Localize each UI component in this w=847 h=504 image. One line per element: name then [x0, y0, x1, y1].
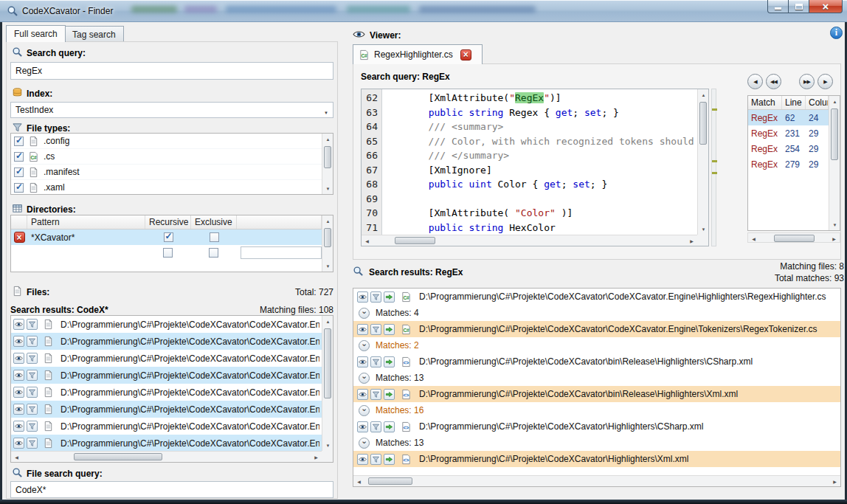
search-query-input[interactable] [10, 62, 333, 80]
pattern-column-header[interactable]: Pattern [27, 215, 145, 229]
preview-file-button[interactable] [13, 319, 24, 330]
filter-file-button[interactable] [27, 370, 38, 381]
result-file-row[interactable]: D:\Programmierung\C#\Projekte\CodeXCavat… [353, 321, 840, 337]
file-result-row[interactable]: D:\Programmierung\C#\Projekte\CodeXCavat… [11, 333, 322, 350]
scrollbar-thumb[interactable] [368, 477, 412, 485]
scroll-up-icon[interactable]: ▲ [322, 134, 333, 145]
new-pattern-cell[interactable] [241, 246, 322, 259]
file-result-row[interactable]: D:\Programmierung\C#\Projekte\CodeXCavat… [11, 418, 322, 435]
open-file-button[interactable] [384, 356, 395, 367]
preview-file-button[interactable] [13, 438, 24, 449]
preview-file-button[interactable] [357, 421, 368, 432]
preview-file-button[interactable] [13, 336, 24, 347]
delete-directory-button[interactable] [14, 232, 25, 243]
first-match-button[interactable]: ◀ [747, 74, 763, 89]
file-type-row[interactable]: .config [11, 134, 322, 149]
expand-matches-button[interactable] [359, 373, 370, 384]
column-column-header[interactable]: Column [806, 96, 829, 109]
results-hscrollbar[interactable]: ◀ ▶ [353, 475, 840, 486]
minimize-button[interactable] [767, 0, 789, 13]
previous-match-button[interactable]: ◀◀ [766, 74, 781, 89]
preview-file-button[interactable] [13, 353, 24, 364]
file-result-row[interactable]: D:\Programmierung\C#\Projekte\CodeXCavat… [11, 401, 322, 418]
exclusive-column-header[interactable]: Exclusive [191, 215, 237, 229]
result-matches-row[interactable]: Matches: 16 [353, 402, 840, 418]
expand-matches-button[interactable] [359, 438, 370, 449]
preview-file-button[interactable] [357, 454, 368, 465]
file-result-row[interactable]: D:\Programmierung\C#\Projekte\CodeXCavat… [11, 435, 322, 451]
scroll-down-icon[interactable]: ▼ [829, 219, 840, 230]
code-line[interactable]: 67 [XmlIgnore] [362, 163, 697, 178]
filter-file-button[interactable] [27, 353, 38, 364]
recursive-column-header[interactable]: Recursive [145, 215, 191, 229]
scroll-up-icon[interactable]: ▲ [322, 215, 333, 227]
tab-tag-search[interactable]: Tag search [64, 26, 124, 42]
preview-file-button[interactable] [357, 389, 368, 400]
scrollbar-thumb[interactable] [699, 102, 707, 145]
code-line[interactable]: 64 /// <summary> [362, 120, 697, 134]
file-type-checkbox[interactable] [14, 152, 24, 162]
filter-file-button[interactable] [27, 421, 38, 432]
recursive-checkbox[interactable] [164, 232, 173, 242]
file-types-vscrollbar[interactable]: ▲ ▼ [322, 134, 333, 194]
result-matches-row[interactable]: Matches: 13 [353, 370, 840, 386]
result-file-row[interactable]: D:\Programmierung\C#\Projekte\CodeXCavat… [353, 386, 840, 402]
code-line[interactable]: 70 [XmlAttribute( "Color" )] [362, 206, 697, 221]
file-type-row[interactable]: .cs [11, 149, 322, 165]
result-file-row[interactable]: D:\Programmierung\C#\Projekte\CodeXCavat… [353, 451, 840, 467]
expand-matches-button[interactable] [359, 405, 370, 416]
scrollbar-thumb[interactable] [395, 237, 435, 244]
match-marker[interactable] [712, 172, 717, 174]
open-file-button[interactable] [384, 454, 395, 465]
code-line[interactable]: 62 [XmlAttribute("RegEx")] [362, 91, 697, 106]
scroll-up-icon[interactable]: ▲ [698, 89, 709, 100]
expand-matches-button[interactable] [359, 340, 370, 351]
scroll-left-icon[interactable]: ◀ [362, 235, 373, 246]
code-line[interactable]: 65 /// Color, with which recognized toke… [362, 134, 697, 149]
close-button[interactable] [809, 0, 843, 13]
directories-vscrollbar[interactable]: ▲ ▼ [322, 215, 333, 272]
scroll-down-icon[interactable]: ▼ [322, 260, 333, 272]
preview-file-button[interactable] [13, 387, 24, 398]
file-type-row[interactable]: .manifest [11, 165, 322, 180]
scroll-right-icon[interactable]: ▶ [829, 476, 840, 487]
match-row[interactable]: RegEx 279 29 [748, 156, 829, 172]
files-hscrollbar[interactable]: ◀ ▶ [11, 451, 322, 462]
match-row[interactable]: RegEx 62 24 [748, 110, 829, 125]
preview-file-button[interactable] [13, 404, 24, 415]
tab-full-search[interactable]: Full search [6, 25, 66, 42]
open-file-button[interactable] [384, 324, 395, 335]
code-hscrollbar[interactable]: ◀ ▶ [362, 235, 697, 246]
scroll-left-icon[interactable]: ◀ [748, 233, 759, 244]
scroll-down-icon[interactable]: ▼ [322, 183, 333, 194]
filter-file-button[interactable] [370, 291, 381, 303]
match-vscrollbar[interactable]: ▲ ▼ [829, 96, 840, 230]
last-match-button[interactable]: ▶ [817, 74, 833, 89]
exclusive-checkbox[interactable] [210, 232, 219, 242]
scroll-up-icon[interactable]: ▲ [829, 96, 840, 107]
file-result-row[interactable]: D:\Programmierung\C#\Projekte\CodeXCavat… [11, 316, 322, 333]
open-file-button[interactable] [384, 291, 395, 303]
file-result-row[interactable]: D:\Programmierung\C#\Projekte\CodeXCavat… [11, 367, 322, 384]
match-row[interactable]: RegEx 231 29 [748, 125, 829, 141]
match-hscrollbar[interactable]: ◀ ▶ [747, 232, 840, 243]
match-marker[interactable] [712, 160, 717, 162]
result-matches-row[interactable]: Matches: 2 [353, 337, 840, 353]
preview-file-button[interactable] [357, 324, 368, 335]
filter-file-button[interactable] [370, 356, 381, 367]
document-tab[interactable]: RegexHighlighter.cs [353, 44, 483, 64]
preview-file-button[interactable] [357, 291, 368, 303]
scrollbar-thumb[interactable] [831, 108, 838, 160]
scroll-right-icon[interactable]: ▶ [311, 452, 322, 463]
file-result-row[interactable]: D:\Programmierung\C#\Projekte\CodeXCavat… [11, 384, 322, 401]
result-matches-row[interactable]: Matches: 4 [353, 305, 840, 321]
titlebar[interactable]: CodeXCavator - Finder [0, 0, 847, 22]
filter-file-button[interactable] [370, 421, 381, 432]
open-file-button[interactable] [384, 421, 395, 432]
match-marker[interactable] [712, 108, 717, 111]
file-type-checkbox[interactable] [14, 183, 24, 193]
preview-file-button[interactable] [13, 370, 24, 381]
preview-file-button[interactable] [357, 356, 368, 367]
file-type-checkbox[interactable] [14, 137, 24, 146]
scrollbar-thumb[interactable] [774, 235, 815, 242]
